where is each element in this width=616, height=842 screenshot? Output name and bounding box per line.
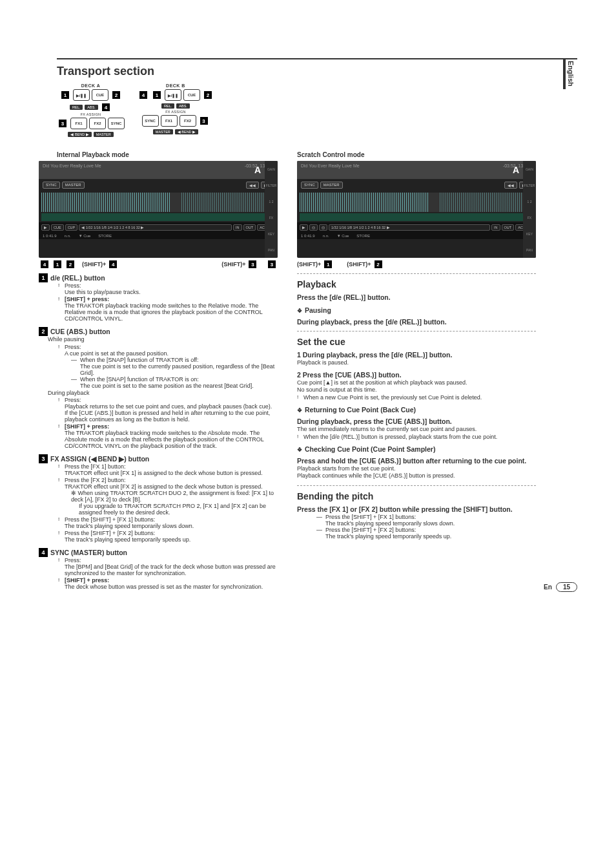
s4-b2-text: The deck whose button was pressed is set… (65, 584, 263, 590)
ss-master: MASTER (62, 182, 85, 189)
ss2-side-fx: FX (528, 216, 531, 220)
section-4-heading: 4SYNC (MASTER) button (39, 548, 278, 557)
separator-3 (297, 485, 536, 486)
playback-step: Press the [d/e (REL.)] button. (297, 293, 536, 301)
separator-2 (297, 331, 536, 332)
s3-star1: When using TRAKTOR SCRATCH DUO 2, the as… (71, 490, 274, 503)
ss-time2: 1 0:41.9 (43, 234, 57, 238)
ss-mini-waveform (41, 213, 275, 221)
ss2-in: IN (491, 224, 500, 231)
section-1-heading: 1d/e (REL.) button (39, 273, 278, 282)
setcue-heading: Set the cue (297, 337, 536, 347)
ss2-play: ▶ (300, 224, 308, 231)
ss2-mini-waveform (300, 213, 533, 221)
ss-play: ▶ (41, 224, 50, 231)
s3-b3-text: The track's playing speed temporarily sl… (65, 523, 194, 529)
ss-store: STORE (98, 234, 112, 238)
ss2-cue-marker: ▼ Cue (337, 234, 349, 238)
separator-1 (297, 273, 536, 274)
language-tab: English (563, 58, 576, 89)
left-column: Internal Playback mode Did You Ever Real… (39, 151, 278, 591)
ss-side-filter: FILTER (266, 184, 277, 187)
top-rule (57, 58, 577, 59)
ss-side-gain: GAIN (267, 167, 275, 171)
cue-button: CUE (92, 89, 108, 101)
fx-assign-label-a: FX ASSIGN (81, 112, 101, 116)
bend-d1b: The track's playing speed temporarily sl… (325, 520, 455, 527)
ss2-side-key: KEY (526, 232, 533, 236)
callout-1: 1 (61, 91, 69, 99)
setcue-step2-note2: No sound is output at this time. (297, 386, 536, 394)
ss-loop-sizes: ◀ 1/32 1/16 1/8 1/4 1/2 1 2 4 8 16 32 ▶ (79, 224, 232, 231)
check-step: Press and hold the [CUE (ABS.)] button a… (297, 457, 536, 465)
fx1-button-a: FX1 (70, 118, 87, 129)
ss-nn: n.n. (65, 234, 71, 238)
return-note2: When the [d/e (REL.)] button is pressed,… (303, 434, 497, 440)
abs-label: ABS. (85, 105, 98, 110)
setcue-step2-note1: Cue point [▲] is set at the position at … (297, 379, 536, 387)
ss-side-fx: FX (269, 216, 273, 220)
fx2-button-a: FX2 (89, 118, 106, 129)
internal-mode-title: Internal Playback mode (57, 151, 278, 158)
ss2-store: STORE (356, 234, 370, 238)
right-column: Scratch Control mode Did You Ever Really… (297, 151, 536, 591)
s2-p1-label: Press: (65, 344, 81, 350)
ss2-sync: SYNC (301, 182, 318, 189)
setcue-step2-note3: When a new Cue Point is set, the previou… (303, 394, 482, 401)
ss2-track-title: Did You Ever Really Love Me (301, 163, 360, 176)
bend-label-a: ◀ BEND ▶ (68, 132, 91, 137)
ss2-vinyl1-icon: ◎ (309, 224, 318, 231)
deck-b-label: DECK B (166, 83, 185, 88)
shift-plus-1: (SHIFT)+ (297, 261, 321, 268)
pausing-heading: ❖Pausing (297, 306, 536, 314)
fx-assign-label-b: FX ASSIGN (165, 110, 186, 114)
s3-b4-text: The track's playing speed temporarily sp… (65, 536, 190, 543)
s2-d1-text2: If the [CUE (ABS.)] button is pressed an… (65, 410, 270, 423)
master-label-b: MASTER (153, 129, 173, 134)
s2-p1-d2b: The cue point is set to the same positio… (80, 383, 254, 389)
bend-d2a: Press the [SHIFT] + [FX 2] buttons: (325, 527, 416, 533)
s3-b3-label: Press the [SHIFT] + [FX 1] buttons: (65, 516, 155, 523)
ss-prev-icon: ◀◀ (246, 182, 259, 189)
fx1-button-b: FX1 (161, 115, 178, 127)
s1-shift-text: The TRAKTOR playback tracking mode switc… (65, 302, 262, 322)
pausing-step: During playback, press the [d/e (REL.)] … (297, 318, 536, 326)
s2-while-pausing: While pausing (48, 336, 278, 344)
sync-button-a: SYNC (108, 118, 125, 129)
play-pause-button: ▶/❚❚ (73, 89, 90, 101)
ss2-side-gain: GAIN (526, 167, 533, 171)
callout-3a: 3 (59, 120, 67, 127)
ss-out: OUT (243, 224, 256, 231)
ss2-side-panel: GAIN FILTER 1 2 FX KEY PAN (523, 161, 536, 258)
check-heading: ❖Checking Cue Point (Cue Point Sampler) (297, 445, 536, 453)
section-3-heading: 3FX ASSIGN (◀ BEND ▶) button (39, 454, 278, 463)
ss-side-pan: PAN (268, 248, 274, 252)
s1-press-text: Use this to play/pause tracks. (65, 289, 141, 295)
s2-during-playback: During playback (48, 390, 278, 397)
s2-p1-line: A cue point is set at the paused positio… (65, 350, 169, 357)
s2-p1-d1a: When the [SNAP] function of TRAKTOR is o… (80, 357, 199, 363)
bend-step: Press the [FX 1] or [FX 2] button while … (297, 505, 536, 513)
footer-lang: En (544, 584, 552, 591)
deck-a-group: DECK A 1 ▶/❚❚ CUE 2 REL. ABS. 4 FX ASSIG… (57, 83, 125, 138)
s2-d2-text: The TRAKTOR playback tracking mode switc… (65, 430, 263, 449)
ss-side-key: KEY (268, 232, 274, 236)
s2-p1-d2a: When the [SNAP] function of TRAKTOR is o… (80, 376, 199, 383)
abs-label-b: ABS. (176, 103, 190, 109)
bend-label-b: ◀ BEND ▶ (175, 129, 198, 134)
ss2-deck-letter: A (513, 165, 519, 175)
page-footer: En 15 (544, 582, 577, 592)
ss-waveform (41, 193, 275, 212)
s3-b2-label: Press the [FX 2] button: (65, 477, 126, 483)
ss-in: IN (233, 224, 242, 231)
ss2-sizes: 1/32 1/16 1/8 1/4 1/2 1 2 4 8 16 32 ▶ (329, 224, 490, 231)
master-label-a: MASTER (94, 132, 114, 137)
scratch-mode-screenshot: Did You Ever Really Love Me -03:52 135.9… (297, 161, 536, 258)
setcue-step2: 2 Press the [CUE (ABS.)] button. (297, 371, 536, 379)
sync-button-b: SYNC (142, 115, 159, 127)
ss2-side-pan: PAN (526, 248, 533, 252)
s2-d1-text: Playback returns to the set cue point an… (65, 403, 272, 410)
s2-d1-label: Press: (65, 397, 81, 403)
s3-b2-text: TRAKTOR effect unit [FX 2] is assigned t… (65, 483, 263, 490)
return-step: During playback, press the [CUE (ABS.)] … (297, 417, 536, 425)
